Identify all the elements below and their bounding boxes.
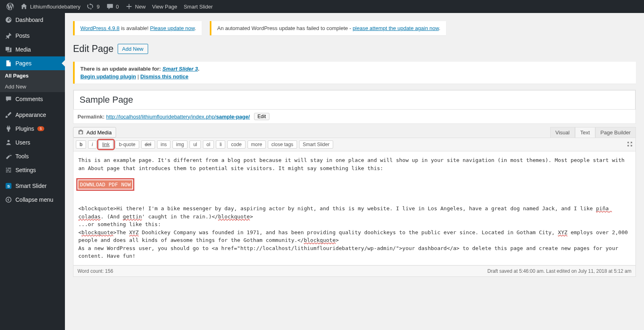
smartslider-icon: S	[5, 182, 12, 190]
save-status: Draft saved at 5:46:00 am. Last edited o…	[487, 268, 631, 274]
svg-point-2	[6, 197, 11, 203]
wp-update-notice: WordPress 4.9.8 is available! Please upd…	[73, 21, 202, 35]
qt-li[interactable]: li	[216, 140, 225, 149]
qt-smart-slider[interactable]: Smart Slider	[299, 140, 333, 149]
plugin-update-notice: There is an update available for: Smart …	[73, 62, 636, 84]
sidebar-collapse[interactable]: Collapse menu	[0, 193, 65, 207]
permalink-row: Permalink: http://localhost/lithiumflour…	[73, 110, 635, 123]
edit-slug-button[interactable]: Edit	[254, 113, 270, 120]
collapse-icon	[5, 196, 12, 203]
view-page-link[interactable]: View Page	[149, 0, 181, 13]
begin-update-link[interactable]: Begin updating plugin	[80, 73, 136, 80]
dashboard-icon	[5, 16, 12, 24]
retry-update-link[interactable]: please attempt the update again now	[353, 25, 439, 31]
sidebar-item-comments[interactable]: Comments	[0, 92, 65, 106]
sidebar-item-dashboard[interactable]: Dashboard	[0, 13, 65, 27]
plug-icon	[5, 125, 12, 132]
admin-sidebar: Dashboard Posts Media Pages All Pages Ad…	[0, 13, 65, 330]
site-name[interactable]: Lithiumflouridebattery	[17, 0, 84, 13]
wp-update-link[interactable]: Please update now	[150, 25, 195, 31]
word-count: Word count: 156	[78, 268, 113, 274]
qt-ins[interactable]: ins	[157, 140, 170, 149]
camera-icon	[78, 129, 84, 136]
comment-icon	[5, 95, 12, 103]
user-icon	[5, 139, 12, 146]
quicktags-bar: b i link b-quote del ins img ul ol li co…	[73, 138, 636, 151]
tab-text[interactable]: Text	[575, 127, 595, 138]
plus-icon	[125, 3, 133, 10]
qt-del[interactable]: del	[141, 140, 155, 149]
admin-bar: Lithiumflouridebattery 9 0 New View Page…	[0, 0, 644, 13]
editor-status-bar: Word count: 156 Draft saved at 5:46:00 a…	[73, 265, 636, 277]
wp-version-link[interactable]: WordPress 4.9.8	[80, 25, 120, 31]
content-textarea[interactable]: This is an example page. It's different …	[73, 151, 636, 265]
slider-plugin-link[interactable]: Smart Slider 3	[162, 66, 198, 72]
editor-expand-toggle[interactable]	[627, 141, 633, 149]
svg-text:S: S	[7, 184, 10, 188]
qt-code[interactable]: code	[227, 140, 245, 149]
pin-icon	[5, 32, 12, 39]
qt-bquote[interactable]: b-quote	[115, 140, 139, 149]
dismiss-notice-link[interactable]: Dismiss this notice	[140, 73, 188, 80]
qt-img[interactable]: img	[172, 140, 187, 149]
qt-more[interactable]: more	[248, 140, 266, 149]
smart-slider-link[interactable]: Smart Slider	[181, 0, 216, 13]
updates-link[interactable]: 9	[84, 0, 103, 13]
fullscreen-icon	[627, 141, 633, 147]
download-link-highlight: DOWNLOAD PDF NOW	[78, 180, 132, 189]
sidebar-item-media[interactable]: Media	[0, 43, 65, 56]
comments-link[interactable]: 0	[103, 0, 122, 13]
sidebar-item-smartslider[interactable]: SSmart Slider	[0, 179, 65, 193]
tab-page-builder[interactable]: Page Builder	[595, 127, 636, 138]
qt-italic[interactable]: i	[88, 140, 97, 149]
sidebar-sub-all-pages[interactable]: All Pages	[0, 70, 65, 81]
comment-icon	[106, 3, 114, 10]
qt-bold[interactable]: b	[76, 140, 86, 149]
home-icon	[20, 3, 28, 10]
refresh-icon	[87, 3, 94, 10]
sidebar-item-tools[interactable]: Tools	[0, 149, 65, 163]
plugins-count-badge: 5	[37, 126, 44, 131]
new-content-link[interactable]: New	[122, 0, 149, 13]
wordpress-icon	[6, 3, 14, 10]
qt-close-tags[interactable]: close tags	[268, 140, 297, 149]
qt-link[interactable]: link	[99, 140, 113, 149]
sidebar-item-pages[interactable]: Pages	[0, 56, 65, 70]
main-content: WordPress 4.9.8 is available! Please upd…	[65, 13, 644, 330]
sidebar-item-users[interactable]: Users	[0, 136, 65, 149]
qt-ol[interactable]: ol	[203, 140, 214, 149]
sidebar-item-plugins[interactable]: Plugins5	[0, 122, 65, 136]
media-icon	[5, 46, 12, 53]
wrench-icon	[5, 153, 12, 160]
page-heading: Edit Page	[73, 43, 114, 54]
add-media-button[interactable]: Add Media	[73, 127, 116, 138]
qt-ul[interactable]: ul	[190, 140, 200, 149]
sidebar-item-posts[interactable]: Posts	[0, 29, 65, 43]
sidebar-item-settings[interactable]: Settings	[0, 163, 65, 177]
permalink-link[interactable]: http://localhost/lithiumflouridebattery/…	[106, 114, 250, 120]
post-title-input[interactable]	[73, 90, 635, 110]
brush-icon	[5, 111, 12, 119]
tab-visual[interactable]: Visual	[550, 127, 575, 138]
page-icon	[5, 60, 12, 67]
editor-container: Permalink: http://localhost/lithiumflour…	[73, 90, 636, 124]
sliders-icon	[5, 166, 12, 174]
sidebar-sub-add-new[interactable]: Add New	[0, 81, 65, 92]
auto-update-failed-notice: An automated WordPress update has failed…	[210, 21, 446, 35]
wp-logo[interactable]	[3, 0, 17, 13]
add-new-button[interactable]: Add New	[118, 44, 148, 54]
sidebar-item-appearance[interactable]: Appearance	[0, 108, 65, 122]
